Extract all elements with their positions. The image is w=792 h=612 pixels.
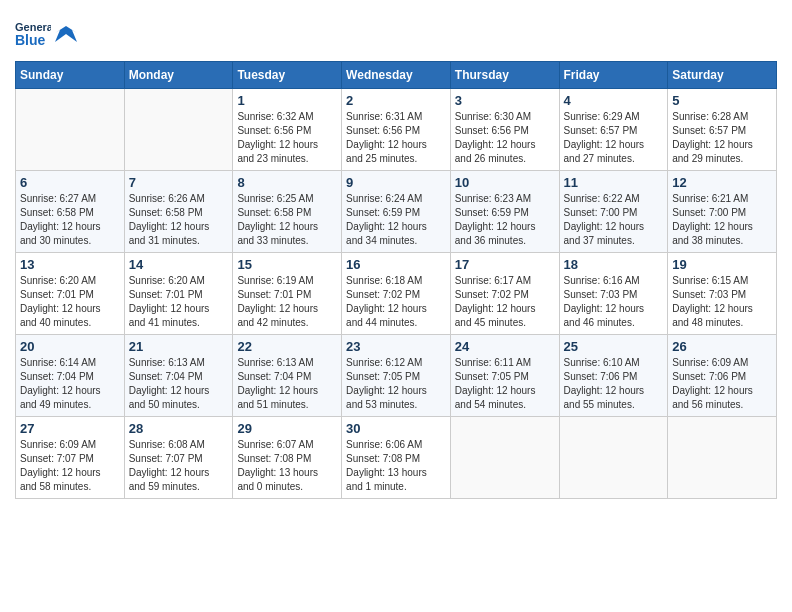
day-number: 13 — [20, 257, 120, 272]
header-day-sunday: Sunday — [16, 62, 125, 89]
calendar-cell: 22Sunrise: 6:13 AMSunset: 7:04 PMDayligh… — [233, 335, 342, 417]
day-info: Sunrise: 6:20 AMSunset: 7:01 PMDaylight:… — [20, 274, 120, 330]
day-info: Sunrise: 6:20 AMSunset: 7:01 PMDaylight:… — [129, 274, 229, 330]
day-number: 29 — [237, 421, 337, 436]
day-number: 26 — [672, 339, 772, 354]
calendar-cell: 21Sunrise: 6:13 AMSunset: 7:04 PMDayligh… — [124, 335, 233, 417]
day-number: 21 — [129, 339, 229, 354]
calendar-cell: 27Sunrise: 6:09 AMSunset: 7:07 PMDayligh… — [16, 417, 125, 499]
header-day-thursday: Thursday — [450, 62, 559, 89]
day-number: 3 — [455, 93, 555, 108]
header-day-friday: Friday — [559, 62, 668, 89]
calendar-cell: 28Sunrise: 6:08 AMSunset: 7:07 PMDayligh… — [124, 417, 233, 499]
calendar-cell: 24Sunrise: 6:11 AMSunset: 7:05 PMDayligh… — [450, 335, 559, 417]
day-info: Sunrise: 6:27 AMSunset: 6:58 PMDaylight:… — [20, 192, 120, 248]
page-header: General Blue — [15, 15, 777, 51]
day-info: Sunrise: 6:21 AMSunset: 7:00 PMDaylight:… — [672, 192, 772, 248]
calendar-cell: 23Sunrise: 6:12 AMSunset: 7:05 PMDayligh… — [342, 335, 451, 417]
calendar-cell: 20Sunrise: 6:14 AMSunset: 7:04 PMDayligh… — [16, 335, 125, 417]
day-number: 19 — [672, 257, 772, 272]
day-info: Sunrise: 6:25 AMSunset: 6:58 PMDaylight:… — [237, 192, 337, 248]
day-number: 14 — [129, 257, 229, 272]
day-info: Sunrise: 6:26 AMSunset: 6:58 PMDaylight:… — [129, 192, 229, 248]
calendar-cell: 13Sunrise: 6:20 AMSunset: 7:01 PMDayligh… — [16, 253, 125, 335]
day-number: 15 — [237, 257, 337, 272]
calendar-cell: 17Sunrise: 6:17 AMSunset: 7:02 PMDayligh… — [450, 253, 559, 335]
calendar-cell: 30Sunrise: 6:06 AMSunset: 7:08 PMDayligh… — [342, 417, 451, 499]
day-info: Sunrise: 6:10 AMSunset: 7:06 PMDaylight:… — [564, 356, 664, 412]
calendar-cell: 6Sunrise: 6:27 AMSunset: 6:58 PMDaylight… — [16, 171, 125, 253]
day-info: Sunrise: 6:19 AMSunset: 7:01 PMDaylight:… — [237, 274, 337, 330]
day-info: Sunrise: 6:14 AMSunset: 7:04 PMDaylight:… — [20, 356, 120, 412]
calendar-cell: 7Sunrise: 6:26 AMSunset: 6:58 PMDaylight… — [124, 171, 233, 253]
day-number: 10 — [455, 175, 555, 190]
day-number: 9 — [346, 175, 446, 190]
calendar-header: SundayMondayTuesdayWednesdayThursdayFrid… — [16, 62, 777, 89]
logo-container: General Blue — [15, 15, 77, 51]
day-info: Sunrise: 6:31 AMSunset: 6:56 PMDaylight:… — [346, 110, 446, 166]
calendar-cell: 15Sunrise: 6:19 AMSunset: 7:01 PMDayligh… — [233, 253, 342, 335]
day-number: 7 — [129, 175, 229, 190]
calendar-cell: 26Sunrise: 6:09 AMSunset: 7:06 PMDayligh… — [668, 335, 777, 417]
week-row-2: 6Sunrise: 6:27 AMSunset: 6:58 PMDaylight… — [16, 171, 777, 253]
day-number: 4 — [564, 93, 664, 108]
svg-text:Blue: Blue — [15, 32, 46, 48]
day-number: 5 — [672, 93, 772, 108]
day-info: Sunrise: 6:30 AMSunset: 6:56 PMDaylight:… — [455, 110, 555, 166]
day-number: 8 — [237, 175, 337, 190]
calendar-cell — [668, 417, 777, 499]
day-info: Sunrise: 6:17 AMSunset: 7:02 PMDaylight:… — [455, 274, 555, 330]
header-day-saturday: Saturday — [668, 62, 777, 89]
header-row: SundayMondayTuesdayWednesdayThursdayFrid… — [16, 62, 777, 89]
logo: General Blue — [15, 15, 77, 51]
day-number: 20 — [20, 339, 120, 354]
day-number: 24 — [455, 339, 555, 354]
day-info: Sunrise: 6:08 AMSunset: 7:07 PMDaylight:… — [129, 438, 229, 494]
week-row-3: 13Sunrise: 6:20 AMSunset: 7:01 PMDayligh… — [16, 253, 777, 335]
day-info: Sunrise: 6:32 AMSunset: 6:56 PMDaylight:… — [237, 110, 337, 166]
day-info: Sunrise: 6:06 AMSunset: 7:08 PMDaylight:… — [346, 438, 446, 494]
calendar-cell — [559, 417, 668, 499]
calendar-cell — [124, 89, 233, 171]
day-number: 18 — [564, 257, 664, 272]
bird-icon — [55, 24, 77, 42]
day-info: Sunrise: 6:07 AMSunset: 7:08 PMDaylight:… — [237, 438, 337, 494]
calendar-cell: 29Sunrise: 6:07 AMSunset: 7:08 PMDayligh… — [233, 417, 342, 499]
day-info: Sunrise: 6:22 AMSunset: 7:00 PMDaylight:… — [564, 192, 664, 248]
day-number: 17 — [455, 257, 555, 272]
day-info: Sunrise: 6:24 AMSunset: 6:59 PMDaylight:… — [346, 192, 446, 248]
calendar-cell: 5Sunrise: 6:28 AMSunset: 6:57 PMDaylight… — [668, 89, 777, 171]
calendar-cell: 9Sunrise: 6:24 AMSunset: 6:59 PMDaylight… — [342, 171, 451, 253]
calendar-cell: 4Sunrise: 6:29 AMSunset: 6:57 PMDaylight… — [559, 89, 668, 171]
calendar-cell: 8Sunrise: 6:25 AMSunset: 6:58 PMDaylight… — [233, 171, 342, 253]
day-info: Sunrise: 6:09 AMSunset: 7:07 PMDaylight:… — [20, 438, 120, 494]
day-number: 6 — [20, 175, 120, 190]
day-info: Sunrise: 6:16 AMSunset: 7:03 PMDaylight:… — [564, 274, 664, 330]
calendar-table: SundayMondayTuesdayWednesdayThursdayFrid… — [15, 61, 777, 499]
logo-graphic-icon: General Blue — [15, 15, 51, 51]
day-number: 2 — [346, 93, 446, 108]
week-row-1: 1Sunrise: 6:32 AMSunset: 6:56 PMDaylight… — [16, 89, 777, 171]
calendar-cell: 10Sunrise: 6:23 AMSunset: 6:59 PMDayligh… — [450, 171, 559, 253]
calendar-body: 1Sunrise: 6:32 AMSunset: 6:56 PMDaylight… — [16, 89, 777, 499]
calendar-cell: 14Sunrise: 6:20 AMSunset: 7:01 PMDayligh… — [124, 253, 233, 335]
calendar-cell: 18Sunrise: 6:16 AMSunset: 7:03 PMDayligh… — [559, 253, 668, 335]
day-info: Sunrise: 6:13 AMSunset: 7:04 PMDaylight:… — [237, 356, 337, 412]
header-day-wednesday: Wednesday — [342, 62, 451, 89]
day-info: Sunrise: 6:12 AMSunset: 7:05 PMDaylight:… — [346, 356, 446, 412]
day-info: Sunrise: 6:09 AMSunset: 7:06 PMDaylight:… — [672, 356, 772, 412]
day-number: 30 — [346, 421, 446, 436]
day-number: 28 — [129, 421, 229, 436]
day-number: 12 — [672, 175, 772, 190]
week-row-4: 20Sunrise: 6:14 AMSunset: 7:04 PMDayligh… — [16, 335, 777, 417]
day-number: 16 — [346, 257, 446, 272]
calendar-cell: 16Sunrise: 6:18 AMSunset: 7:02 PMDayligh… — [342, 253, 451, 335]
day-number: 27 — [20, 421, 120, 436]
week-row-5: 27Sunrise: 6:09 AMSunset: 7:07 PMDayligh… — [16, 417, 777, 499]
calendar-cell — [450, 417, 559, 499]
day-info: Sunrise: 6:11 AMSunset: 7:05 PMDaylight:… — [455, 356, 555, 412]
day-number: 22 — [237, 339, 337, 354]
day-number: 25 — [564, 339, 664, 354]
day-number: 11 — [564, 175, 664, 190]
calendar-cell: 1Sunrise: 6:32 AMSunset: 6:56 PMDaylight… — [233, 89, 342, 171]
